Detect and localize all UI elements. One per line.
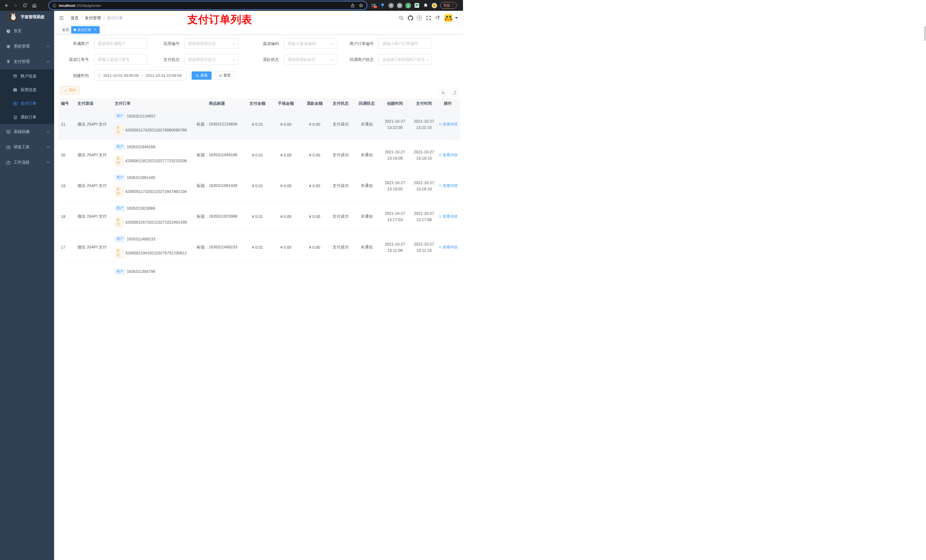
sidebar-item-dev-tools[interactable]: 研发工具	[0, 139, 54, 155]
reset-button[interactable]: 重置	[215, 71, 234, 80]
merchant-select[interactable]	[94, 38, 147, 49]
bookmark-star-icon[interactable]	[359, 3, 363, 8]
cell-pay-amount: ¥ 0.01	[247, 245, 268, 249]
cell-order: 商户1635311468233 支付4200001194202110276752…	[112, 232, 187, 263]
sidebar-item-pay-order[interactable]: 支付订单	[0, 97, 54, 110]
cell-id: 19	[58, 184, 75, 188]
close-icon[interactable]: ×	[93, 28, 97, 32]
avatar-caret-icon[interactable]	[455, 17, 458, 19]
merchant-order-no-input[interactable]	[379, 38, 432, 49]
filter-label-merchant: 所属商户	[61, 38, 89, 49]
table-row: 商户1635311354796	[58, 263, 460, 280]
date-end: 2021-10-31 23:59:59	[146, 73, 182, 78]
cell-pay-amount: ¥ 0.01	[247, 214, 268, 219]
filter-label-notify-status: 回调商户状态	[337, 54, 374, 65]
cell-refund-amount: ¥ 0.00	[304, 214, 325, 219]
cell-create-time: 2021-10-27 13:17:03	[378, 210, 412, 223]
share-icon[interactable]	[351, 3, 355, 8]
avatar[interactable]	[445, 14, 452, 22]
cell-pay-status: 支付成功	[325, 183, 356, 189]
tags-view-bar: 首页 支付订单 ×	[54, 25, 463, 35]
app-logo[interactable]: 芋道管理系统	[0, 11, 54, 23]
github-icon[interactable]	[406, 11, 415, 25]
browser-reload-icon[interactable]	[22, 2, 29, 9]
export-button[interactable]: 导出	[60, 86, 80, 95]
merchant-tag: 商户	[115, 269, 125, 275]
refresh-button[interactable]	[451, 89, 459, 97]
y-extension-icon[interactable]: y	[406, 3, 411, 8]
font-size-icon[interactable]: TT	[433, 11, 442, 25]
browser-forward-icon[interactable]	[12, 2, 19, 9]
browser-update-button[interactable]: 更新 ⋮	[440, 2, 457, 9]
notify-status-select[interactable]	[379, 54, 432, 65]
sidebar-item-workflow[interactable]: 工作流程	[0, 155, 54, 170]
chevron-up-icon	[47, 61, 50, 64]
cell-refund-amount: ¥ 0.00	[304, 153, 325, 157]
chevron-down-icon	[47, 160, 50, 163]
browser-menu-icon[interactable]: ⋮	[451, 3, 455, 8]
date-range-picker[interactable]: 2021-10-01 00:00:00 - 2021-10-31 23:59:5…	[94, 70, 186, 80]
refund-status-select[interactable]	[284, 54, 337, 65]
address-bar[interactable]: localhost:1024/pay/order	[48, 1, 367, 10]
briefcase-icon	[6, 145, 11, 150]
search-icon[interactable]	[396, 11, 406, 25]
site-info-icon[interactable]	[52, 3, 57, 8]
breadcrumb-home[interactable]: 首页	[71, 16, 79, 21]
command-extension-icon[interactable]	[388, 3, 394, 8]
sidebar-fold-icon[interactable]	[59, 15, 64, 21]
view-detail-link[interactable]: 查看详情	[439, 122, 458, 127]
breadcrumb-pay-mgmt[interactable]: 支付管理	[85, 16, 101, 21]
pay-status-select[interactable]	[184, 54, 238, 65]
pinned-extension-icon[interactable]: 10	[371, 3, 377, 8]
channel-code-select[interactable]	[284, 38, 337, 49]
fullscreen-icon[interactable]	[424, 11, 433, 25]
breadcrumb-current: 支付订单	[107, 16, 123, 21]
emoji-extension-icon[interactable]	[432, 3, 437, 8]
cell-notify-status: 未通知	[356, 214, 378, 219]
sidebar-item-system[interactable]: 系统管理	[0, 39, 54, 54]
kite-extension-icon[interactable]	[380, 3, 385, 8]
sidebar-item-refund-order[interactable]: 退款订单	[0, 110, 54, 124]
sidebar-item-app-info[interactable]: 应用信息	[0, 83, 54, 97]
pay-tag: 支付	[115, 248, 124, 258]
cell-pay-status: 支付成功	[325, 214, 356, 219]
dot-extension-icon[interactable]	[397, 3, 402, 8]
monitor-chart-icon	[6, 130, 11, 134]
sidebar-item-payment[interactable]: ¥ 支付管理	[0, 54, 54, 69]
view-detail-link[interactable]: 查看详情	[439, 152, 458, 158]
cell-notify-status: 未通知	[356, 183, 378, 189]
browser-home-icon[interactable]	[31, 2, 38, 9]
tab-home[interactable]: 首页	[59, 26, 71, 33]
table-row: 18 微信 JSAPI 支付 商户1635311823086 支付4200001…	[58, 201, 460, 232]
puzzle-extension-icon[interactable]	[423, 3, 428, 8]
search-button[interactable]: 搜索	[192, 71, 212, 80]
sidebar-item-infrastructure[interactable]: 基础设施	[0, 124, 54, 139]
chat-extension-icon[interactable]	[414, 3, 420, 8]
view-detail-link[interactable]: 查看详情	[439, 214, 458, 219]
view-detail-link[interactable]: 查看详情	[439, 245, 458, 250]
chevron-down-icon	[47, 44, 50, 47]
extension-row: 10 y 更新 ⋮	[371, 0, 457, 11]
sidebar-item-home[interactable]: 首页	[0, 23, 54, 39]
cell-fee-amount: ¥ 0.00	[268, 245, 304, 249]
sidebar-item-merchant-info[interactable]: 商户信息	[0, 69, 54, 83]
help-icon[interactable]: ?	[415, 11, 424, 25]
cell-create-time: 2021-10-27 13:19:09	[378, 149, 412, 162]
view-detail-link[interactable]: 查看详情	[439, 183, 458, 189]
browser-back-icon[interactable]	[3, 2, 10, 9]
tab-pay-order[interactable]: 支付订单 ×	[71, 26, 100, 33]
page-title-annotation: 支付订单列表	[188, 12, 252, 27]
main-content: 所属商户 应用编号 渠道编码 商户订单编号 渠道订单号 支付状态 退款状态 回调…	[54, 35, 463, 280]
cell-refund-amount: ¥ 0.00	[304, 122, 325, 127]
app-select[interactable]	[184, 38, 238, 49]
cell-id: 17	[58, 245, 75, 249]
toggle-search-button[interactable]	[439, 89, 447, 97]
filter-label-refund-status: 退款状态	[250, 54, 279, 65]
grid-icon	[12, 88, 18, 92]
channel-order-no-input[interactable]	[94, 54, 147, 65]
active-dot	[74, 29, 76, 31]
cell-channel: 微信 JSAPI 支付	[75, 214, 112, 219]
cell-fee-amount: ¥ 0.00	[268, 122, 304, 127]
url-text: localhost:1024/pay/order	[59, 3, 101, 8]
breadcrumb: 首页 / 支付管理 / 支付订单	[71, 16, 123, 21]
